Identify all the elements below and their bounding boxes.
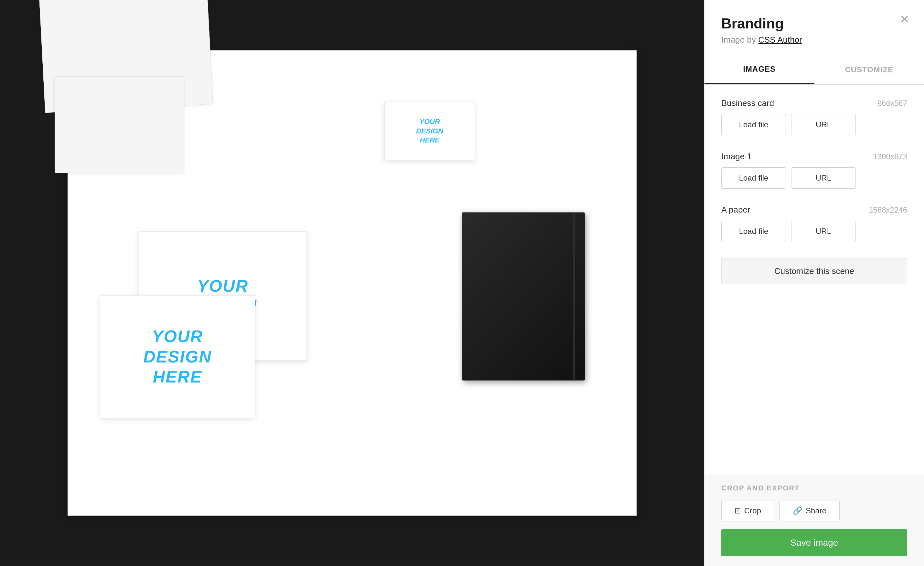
sidebar-header: Branding Image by CSS Author [705, 0, 924, 55]
label-business-card: Business card [721, 98, 774, 108]
scene: YOUR DESIGN YOUR DESIGN HERE YOUR DESIGN… [68, 50, 637, 516]
image-item-header-image1: Image 1 1300x673 [721, 151, 907, 162]
sidebar-header-area: Branding Image by CSS Author ✕ [705, 0, 924, 55]
tabs: IMAGES CUSTOMIZE [705, 55, 924, 85]
author-link[interactable]: CSS Author [758, 35, 802, 45]
label-image1: Image 1 [721, 151, 752, 162]
url-button-business-card[interactable]: URL [791, 114, 856, 135]
close-icon: ✕ [900, 13, 909, 26]
card-medium-back [55, 76, 184, 173]
share-label: Share [806, 506, 826, 515]
sidebar-title: Branding [721, 15, 907, 31]
url-button-image1[interactable]: URL [791, 167, 856, 189]
size-image1: 1300x673 [873, 152, 907, 161]
crop-export-label: CROP AND EXPORT [721, 484, 907, 492]
notebook [462, 213, 585, 380]
crop-label: Crop [744, 506, 761, 515]
crop-button[interactable]: ⊡ Crop [721, 500, 774, 521]
load-file-button-image1[interactable]: Load file [721, 167, 786, 189]
mockup-container: YOUR DESIGN YOUR DESIGN HERE YOUR DESIGN… [68, 50, 637, 516]
save-image-button[interactable]: Save image [721, 529, 907, 556]
crop-export-section: CROP AND EXPORT ⊡ Crop 🔗 Share Save imag… [705, 474, 924, 566]
url-button-apaper[interactable]: URL [791, 221, 856, 242]
sidebar: Branding Image by CSS Author ✕ IMAGES CU… [704, 0, 924, 566]
share-button[interactable]: 🔗 Share [780, 500, 840, 521]
size-apaper: 1588x2246 [869, 205, 907, 214]
images-panel: Business card 966x567 Load file URL Imag… [705, 85, 924, 474]
crop-export-buttons: ⊡ Crop 🔗 Share [721, 500, 907, 521]
image-item-apaper: A paper 1588x2246 Load file URL [721, 205, 907, 242]
design-placeholder-medium: YOUR DESIGN HERE [143, 326, 212, 387]
subtitle-prefix: Image by [721, 35, 758, 45]
buttons-apaper: Load file URL [721, 221, 907, 242]
close-button[interactable]: ✕ [895, 10, 914, 29]
customize-scene-button[interactable]: Customize this scene [721, 258, 907, 284]
design-placeholder-small: YOUR DESIGN HERE [416, 117, 443, 145]
buttons-image1: Load file URL [721, 167, 907, 189]
tab-customize[interactable]: CUSTOMIZE [814, 55, 924, 84]
business-card-top: YOUR DESIGN HERE [384, 102, 475, 160]
image-item-header-apaper: A paper 1588x2246 [721, 205, 907, 215]
load-file-button-apaper[interactable]: Load file [721, 221, 786, 242]
tabs-wrapper: IMAGES CUSTOMIZE [705, 55, 924, 85]
notebook-cover [462, 213, 585, 380]
share-icon: 🔗 [793, 506, 802, 515]
tab-images[interactable]: IMAGES [705, 55, 814, 84]
canvas-area: YOUR DESIGN YOUR DESIGN HERE YOUR DESIGN… [0, 0, 704, 566]
image-item-header-business-card: Business card 966x567 [721, 98, 907, 108]
size-business-card: 966x567 [878, 99, 907, 108]
notebook-elastic [573, 213, 575, 380]
buttons-business-card: Load file URL [721, 114, 907, 135]
second-card: YOUR DESIGN HERE [100, 295, 255, 418]
sidebar-subtitle: Image by CSS Author [721, 35, 907, 45]
crop-icon: ⊡ [735, 506, 741, 515]
image-item-image1: Image 1 1300x673 Load file URL [721, 151, 907, 189]
label-apaper: A paper [721, 205, 750, 215]
load-file-button-business-card[interactable]: Load file [721, 114, 786, 135]
image-item-business-card: Business card 966x567 Load file URL [721, 98, 907, 135]
